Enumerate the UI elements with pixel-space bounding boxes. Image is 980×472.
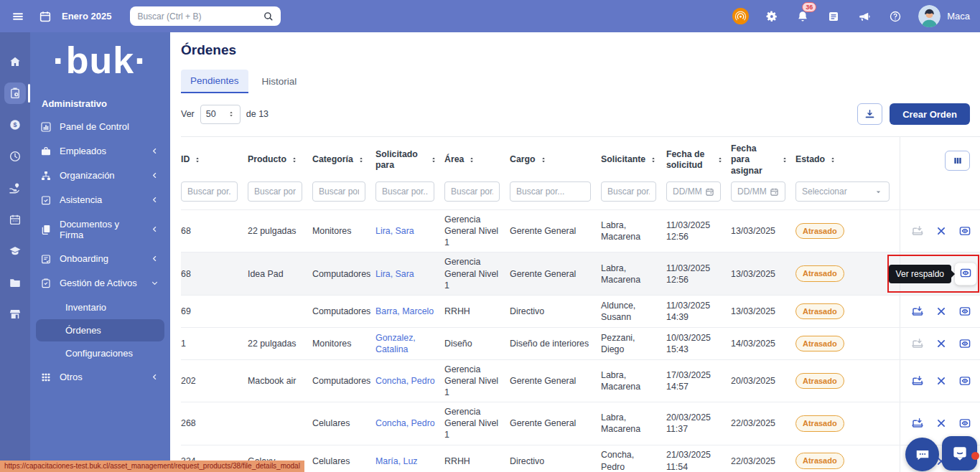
download-button[interactable] <box>857 103 882 125</box>
sidebar-item-otros[interactable]: Otros <box>30 365 170 390</box>
requested-for-link[interactable]: Lira, Sara <box>375 269 414 279</box>
main-content: Órdenes Pendientes Historial Ver 50 de 1… <box>170 32 980 472</box>
page-size-select[interactable]: 50 <box>200 105 241 124</box>
global-search[interactable] <box>130 6 281 26</box>
filter-input-producto[interactable] <box>248 181 302 202</box>
training-icon[interactable] <box>4 240 26 262</box>
asset-orders-icon[interactable] <box>4 82 26 104</box>
filter-input-cargo[interactable] <box>510 181 591 202</box>
column-header-categoria[interactable]: Categoría <box>312 148 375 168</box>
view-backup-button[interactable] <box>958 374 972 388</box>
sidebar-item-empleados[interactable]: Empleados <box>30 139 170 164</box>
sidebar-item-organizacion[interactable]: Organización <box>30 164 170 188</box>
cancel-order-button[interactable] <box>934 304 948 318</box>
sidebar-item-documentos-y-firma[interactable]: Documentos y Firma <box>30 212 170 247</box>
assign-device-button[interactable] <box>910 416 925 430</box>
search-input[interactable] <box>137 11 263 22</box>
view-backup-button[interactable] <box>955 263 976 285</box>
column-header-solicitado-para[interactable]: Solicitado para <box>375 143 444 174</box>
cancel-icon <box>935 225 948 237</box>
request-time: 11:37 <box>666 423 724 435</box>
create-order-button[interactable]: Crear Orden <box>890 103 970 125</box>
filter-date-fecha-para-asignar[interactable]: DD/MM <box>731 181 785 202</box>
view-backup-button[interactable] <box>958 416 972 430</box>
column-label: ID <box>181 154 190 165</box>
cell-cargo: Gerente General <box>510 222 601 240</box>
tab-pendientes[interactable]: Pendientes <box>181 70 248 93</box>
rewards-icon[interactable] <box>732 8 749 24</box>
time-icon[interactable] <box>4 146 26 167</box>
assign-device-button[interactable] <box>910 374 925 388</box>
cancel-order-button[interactable] <box>934 224 948 238</box>
cell-area: RRHH <box>444 452 510 471</box>
help-icon[interactable] <box>887 9 903 24</box>
sidebar-item-onboarding[interactable]: Onboarding <box>30 247 170 271</box>
gear-icon[interactable] <box>764 9 780 24</box>
megaphone-icon[interactable] <box>857 9 872 24</box>
files-icon[interactable] <box>4 272 26 293</box>
cell-categoria: Monitores <box>312 222 375 240</box>
filter-input-solicitante[interactable] <box>601 181 656 202</box>
view-backup-button[interactable] <box>958 304 972 318</box>
marketplace-icon[interactable] <box>4 303 26 325</box>
view-backup-button[interactable] <box>958 336 972 351</box>
requested-for-link[interactable]: María, Luz <box>375 456 418 466</box>
filter-input-id[interactable] <box>181 181 238 202</box>
columns-button[interactable] <box>945 151 970 171</box>
cell-fecha-asignar: 14/03/2025 <box>731 334 795 353</box>
sidebar: ·buk· Administrativo Panel de ControlEmp… <box>30 32 170 472</box>
cancel-order-button[interactable] <box>934 416 948 430</box>
sidebar-subitem-inventario[interactable]: Inventario <box>36 296 164 318</box>
requested-for-link[interactable]: Barra, Marcelo <box>375 306 434 316</box>
chat-widget-button[interactable] <box>942 436 977 471</box>
filter-date-fecha-de-solicitud[interactable]: DD/MM <box>666 181 721 202</box>
column-label: Cargo <box>510 154 536 165</box>
cell-id: 68 <box>181 222 248 240</box>
chat-bubble-button[interactable] <box>905 438 939 471</box>
requested-for-link[interactable]: Gonzalez, Catalina <box>375 333 416 354</box>
view-backup-button[interactable] <box>958 224 972 238</box>
calendar-icon[interactable] <box>37 9 53 24</box>
column-header-producto[interactable]: Producto <box>248 148 312 168</box>
home-icon[interactable] <box>4 51 26 72</box>
news-icon[interactable] <box>826 9 841 24</box>
filter-input-area[interactable] <box>444 181 500 202</box>
column-header-area[interactable]: Área <box>444 148 510 168</box>
column-header-estado[interactable]: Estado <box>795 148 900 168</box>
icon-rail: $ <box>0 32 30 472</box>
requested-for-link[interactable]: Lira, Sara <box>375 226 414 236</box>
menu-icon[interactable] <box>10 9 26 24</box>
benefits-icon[interactable] <box>4 177 26 199</box>
cancel-order-button[interactable] <box>934 336 948 351</box>
events-icon[interactable] <box>4 209 26 230</box>
sidebar-subitem-configuraciones[interactable]: Configuraciones <box>36 342 164 364</box>
requested-for-link[interactable]: Concha, Pedro <box>375 418 435 428</box>
table-filter-row: DD/MMDD/MMSeleccionar <box>181 179 980 209</box>
documents-icon <box>40 224 52 235</box>
requested-for-link[interactable]: Concha, Pedro <box>375 376 435 386</box>
avatar[interactable] <box>918 5 941 27</box>
assign-device-button[interactable] <box>910 304 925 318</box>
filter-select-estado[interactable]: Seleccionar <box>795 181 890 202</box>
assign-device-button[interactable] <box>910 336 925 351</box>
sidebar-item-gestion-de-activos[interactable]: Gestión de Activos <box>30 271 170 296</box>
cell-id: 68 <box>181 265 248 283</box>
payroll-icon[interactable]: $ <box>4 114 26 136</box>
tab-historial[interactable]: Historial <box>253 70 307 93</box>
cell-categoria: Computadores <box>312 302 375 321</box>
assign-device-button[interactable] <box>910 224 925 238</box>
chevron-left-icon <box>149 196 160 204</box>
sidebar-item-asistencia[interactable]: Asistencia <box>30 188 170 212</box>
cancel-order-button[interactable] <box>934 374 948 388</box>
column-header-id[interactable]: ID <box>181 148 248 168</box>
column-header-solicitante[interactable]: Solicitante <box>601 148 666 168</box>
status-badge: Atrasado <box>795 336 844 351</box>
filter-input-categoria[interactable] <box>312 181 365 202</box>
filter-input-solicitado-para[interactable] <box>375 181 434 202</box>
sidebar-item-panel-de-control[interactable]: Panel de Control <box>30 115 170 139</box>
column-header-fecha-de-solicitud[interactable]: Fecha de solicitud <box>666 143 731 174</box>
sidebar-subitem-ordenes[interactable]: Órdenes <box>36 319 164 341</box>
cell-solicitado-para: Concha, Pedro <box>375 414 444 433</box>
column-header-cargo[interactable]: Cargo <box>510 148 601 168</box>
column-header-fecha-para-asignar[interactable]: Fecha para asignar <box>731 137 795 179</box>
